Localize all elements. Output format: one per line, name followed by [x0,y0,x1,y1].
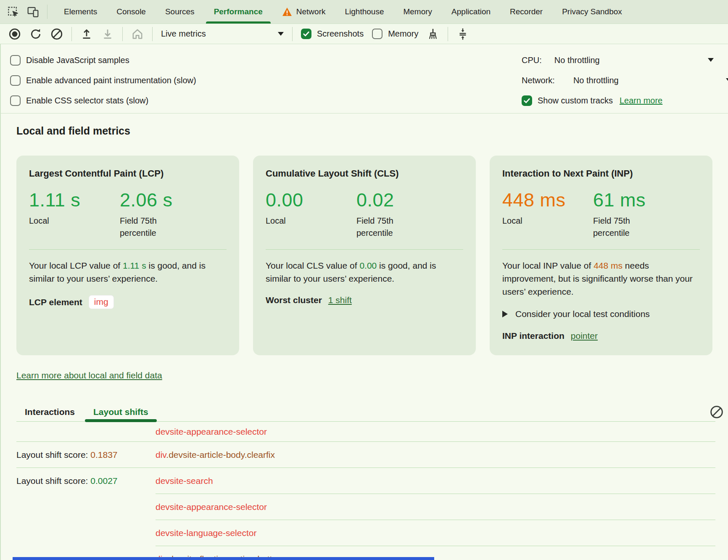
cpu-throttling-row: CPU: No throttling [522,50,728,70]
node-link[interactable]: devsite-appearance-selector [156,502,267,512]
log-tab-layout-shifts[interactable]: Layout shifts [93,407,148,417]
collapse-view-icon[interactable] [456,28,469,40]
tab-console[interactable]: Console [107,0,156,24]
upload-profile-icon[interactable] [80,28,93,40]
live-metrics-log: InteractionsLayout shifts devsite-appear… [16,402,728,560]
chevron-down-icon[interactable] [708,58,714,62]
metric-cards: Largest Contentful Paint (LCP) 1.11 s Lo… [16,156,728,355]
table-row: devsite-language-selector [16,520,715,546]
cpu-label: CPU: [522,55,542,65]
network-throttling-row: Network: No throttling [522,70,728,90]
throttling-controls: CPU: No throttling Network: No throttlin… [522,50,728,111]
learn-more-local-field-link[interactable]: Learn more about local and field data [16,370,162,380]
inp-card-title: Interaction to Next Paint (INP) [502,168,700,179]
panel-tab-label: Console [116,7,146,16]
screenshots-checkbox[interactable]: Screenshots [301,29,364,39]
clear-log-icon[interactable] [710,405,724,419]
memory-label: Memory [388,29,418,39]
reload-record-icon[interactable] [29,28,42,40]
field-label: Field 75th percentile [120,215,183,239]
network-throttling-select[interactable]: No throttling [573,76,619,85]
tab-elements[interactable]: Elements [54,0,107,24]
layout-shift-score: Layout shift score: 0.0027 [16,476,118,486]
local-label: Local [29,215,92,227]
checkbox-unchecked-icon [372,29,382,39]
tab-privacy-sandbox[interactable]: Privacy Sandbox [552,0,632,24]
tabbar-separator [47,5,47,19]
screenshots-label: Screenshots [317,29,364,39]
card-divider [502,249,700,250]
cls-card-title: Cumulative Layout Shift (CLS) [266,168,463,179]
inspect-element-icon[interactable] [8,6,19,18]
node-link[interactable]: devsite-search [156,476,213,486]
toolbar-separator [292,27,293,41]
tab-lighthouse[interactable]: Lighthouse [335,0,393,24]
lcp-description: Your local LCP value of 1.11 s is good, … [29,259,225,285]
inp-interaction-label: INP interaction [502,331,564,341]
tab-performance[interactable]: Performance [204,0,272,24]
learn-more-link[interactable]: Learn more [620,96,662,106]
lcp-element-node-link[interactable]: img [89,295,114,309]
tab-recorder[interactable]: Recorder [500,0,552,24]
tab-network[interactable]: Network [272,0,335,24]
inp-interaction-link[interactable]: pointer [571,331,598,341]
lcp-card-title: Largest Contentful Paint (LCP) [29,168,227,179]
worst-cluster-link[interactable]: 1 shift [328,295,352,305]
capture-option-checkbox[interactable]: Disable JavaScript samples [10,55,129,66]
lcp-local-value: 1.11 s [29,189,120,211]
lcp-card: Largest Contentful Paint (LCP) 1.11 s Lo… [16,156,239,355]
node-link[interactable]: devsite-appearance-selector [156,427,267,437]
tab-application[interactable]: Application [442,0,500,24]
tab-sources[interactable]: Sources [156,0,204,24]
capture-option-checkbox[interactable]: Enable CSS selector stats (slow) [10,95,148,106]
chevron-down-icon[interactable] [726,78,728,82]
inp-local-value: 448 ms [502,189,593,211]
layout-shift-score: Layout shift score: 0.1837 [16,450,118,460]
performance-toolbar: Live metrics Screenshots Memory [0,24,728,44]
node-link[interactable]: div.devsite-article-body.clearfix [156,450,275,460]
inp-field-value: 61 ms [593,189,656,211]
log-tab-interactions[interactable]: Interactions [25,407,75,417]
clear-icon[interactable] [50,28,63,40]
warning-icon [282,7,292,16]
checkbox-checked-icon [522,95,532,106]
partially-visible-selected-row [13,557,434,560]
table-row: Layout shift score: 0.1837 div.devsite-a… [16,442,715,468]
local-test-conditions-label: Consider your local test conditions [515,309,650,319]
page-title: Local and field metrics [16,125,728,137]
panel-tab-label: Network [296,7,326,16]
panel-tab-label: Elements [64,7,97,16]
table-row: devsite-appearance-selector [16,494,715,520]
live-metrics-dropdown[interactable]: Live metrics [161,29,284,39]
home-icon[interactable] [131,28,144,40]
panel-tab-label: Memory [403,7,432,16]
memory-checkbox[interactable]: Memory [372,29,418,39]
inp-card: Interaction to Next Paint (INP) 448 ms L… [490,156,712,355]
cls-local-value: 0.00 [266,189,356,211]
capture-option-checkbox[interactable]: Enable advanced paint instrumentation (s… [10,75,196,86]
tab-memory[interactable]: Memory [393,0,442,24]
device-toolbar-icon[interactable] [27,6,39,18]
local-test-conditions-disclosure[interactable]: Consider your local test conditions [502,309,700,319]
download-profile-icon[interactable] [101,28,114,40]
checkbox-checked-icon [301,29,311,39]
worst-cluster-label: Worst cluster [266,295,322,305]
cpu-throttling-select[interactable]: No throttling [554,55,600,65]
inp-description: Your local INP value of 448 ms needs imp… [502,259,698,298]
garbage-collect-brush-icon[interactable] [427,28,439,40]
field-label: Field 75th percentile [356,215,419,239]
checkbox-unchecked-icon [10,75,21,86]
show-custom-tracks-checkbox[interactable]: Show custom tracks [522,95,613,106]
node-link[interactable]: devsite-language-selector [156,528,256,538]
tabbar-icon-group [0,0,54,24]
local-label: Local [266,215,329,227]
toolbar-separator [152,27,153,41]
card-divider [266,249,463,250]
panel-tab-label: Recorder [510,7,543,16]
capture-option-label: Enable CSS selector stats (slow) [26,96,148,106]
disclosure-triangle-icon [502,311,508,317]
capture-option-label: Disable JavaScript samples [26,55,129,65]
toolbar-separator [122,27,123,41]
record-icon[interactable] [8,28,21,40]
devtools-tabbar: Elements Console Sources P [0,0,728,24]
